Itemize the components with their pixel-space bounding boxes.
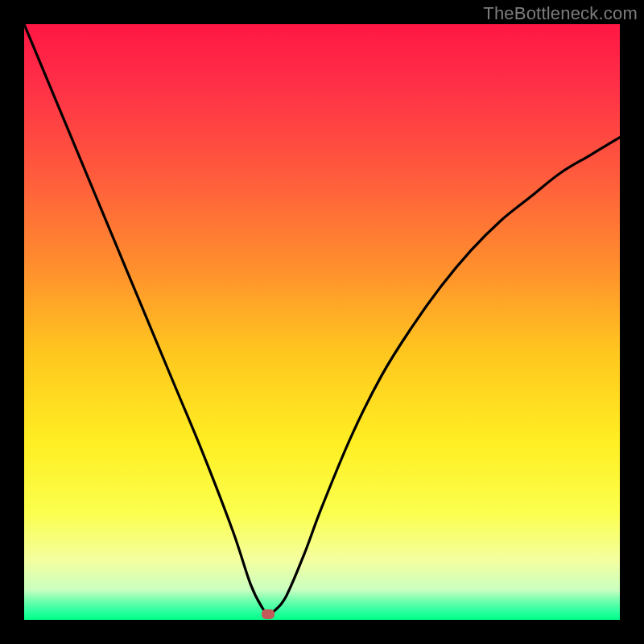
chart-frame: TheBottleneck.com (0, 0, 644, 644)
minimum-marker (262, 609, 275, 619)
watermark-text: TheBottleneck.com (483, 3, 638, 24)
plot-area (24, 24, 620, 620)
bottleneck-curve (24, 24, 620, 620)
